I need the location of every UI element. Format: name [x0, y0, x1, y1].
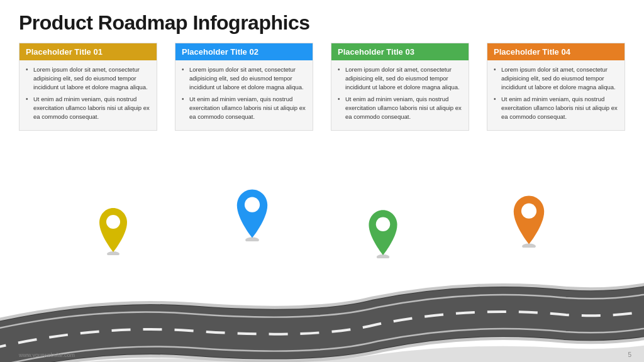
card-3-bullet-1: Lorem ipsum dolor sit amet, consectetur …	[338, 65, 462, 91]
pin-4-icon	[508, 192, 550, 248]
card-4: Placeholder Title 04 Lorem ipsum dolor s…	[487, 43, 625, 131]
card-4-bullet-2: Ut enim ad minim veniam, quis nostrud ex…	[494, 95, 618, 121]
card-1-body: Lorem ipsum dolor sit amet, consectetur …	[19, 60, 157, 130]
pin-3-icon	[364, 207, 402, 258]
svg-point-5	[376, 217, 391, 231]
page-number: 5	[628, 351, 631, 358]
svg-point-3	[245, 197, 260, 212]
pin-3	[364, 207, 402, 258]
card-1: Placeholder Title 01 Lorem ipsum dolor s…	[19, 43, 157, 131]
footer-url: www.yourwebsite.com	[19, 352, 75, 358]
main-title: Product Roadmap Infographics	[19, 11, 309, 35]
pin-2-icon	[231, 186, 273, 241]
svg-point-1	[106, 215, 120, 229]
card-1-title: Placeholder Title 01	[19, 43, 157, 60]
card-2-body: Lorem ipsum dolor sit amet, consectetur …	[175, 60, 313, 130]
slide: Product Roadmap Infographics Placeholder…	[0, 0, 644, 362]
card-3: Placeholder Title 03 Lorem ipsum dolor s…	[331, 43, 469, 131]
card-4-body: Lorem ipsum dolor sit amet, consectetur …	[487, 60, 625, 130]
card-2-bullet-2: Ut enim ad minim veniam, quis nostrud ex…	[182, 95, 306, 121]
card-1-bullet-2: Ut enim ad minim veniam, quis nostrud ex…	[26, 95, 150, 121]
card-3-bullet-2: Ut enim ad minim veniam, quis nostrud ex…	[338, 95, 462, 121]
pin-1-icon	[94, 205, 132, 255]
card-3-body: Lorem ipsum dolor sit amet, consectetur …	[331, 60, 469, 130]
pin-4	[508, 192, 550, 248]
pin-1	[94, 205, 132, 255]
card-2-bullet-1: Lorem ipsum dolor sit amet, consectetur …	[182, 65, 306, 91]
card-3-title: Placeholder Title 03	[331, 43, 469, 60]
cards-container: Placeholder Title 01 Lorem ipsum dolor s…	[0, 43, 644, 131]
card-4-bullet-1: Lorem ipsum dolor sit amet, consectetur …	[494, 65, 618, 91]
card-2: Placeholder Title 02 Lorem ipsum dolor s…	[175, 43, 313, 131]
card-2-title: Placeholder Title 02	[175, 43, 313, 60]
svg-point-7	[521, 204, 536, 219]
pin-2	[231, 186, 273, 241]
card-4-title: Placeholder Title 04	[487, 43, 625, 60]
card-1-bullet-1: Lorem ipsum dolor sit amet, consectetur …	[26, 65, 150, 91]
